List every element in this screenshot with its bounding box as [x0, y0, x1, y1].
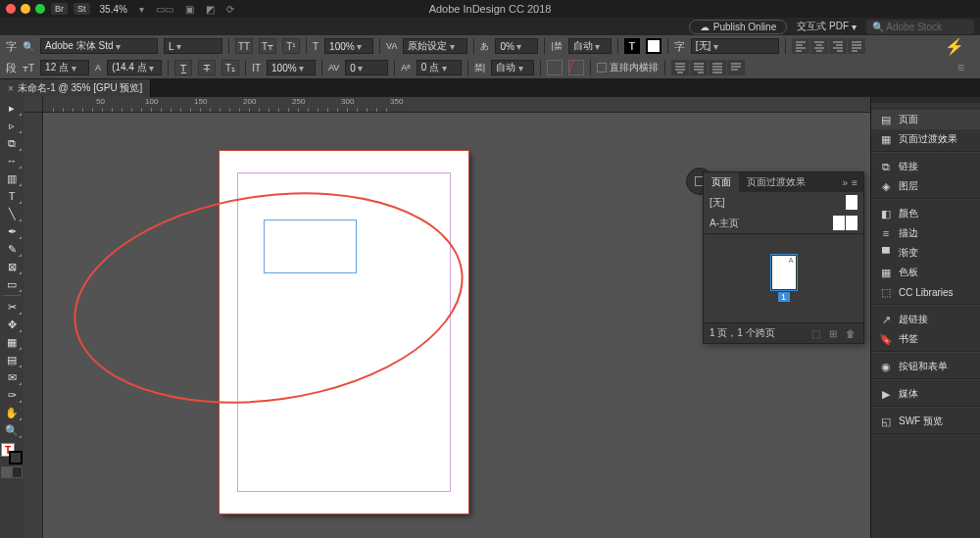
- gap-tool[interactable]: ↔: [1, 152, 23, 170]
- subscript-button[interactable]: T₁: [221, 60, 239, 75]
- underline-button-2[interactable]: T̲: [174, 60, 192, 75]
- dock-item-color[interactable]: ◧颜色: [871, 204, 980, 223]
- dock-item-swf-preview[interactable]: ◱SWF 预览: [871, 412, 980, 431]
- publish-online-button[interactable]: ☁ Publish Online: [689, 20, 787, 34]
- gpu-icon[interactable]: ◩: [206, 4, 215, 15]
- dock-item-media[interactable]: ▶媒体: [871, 384, 980, 404]
- stock-search-field[interactable]: 🔍 Adobe Stock: [866, 20, 974, 34]
- type-tool[interactable]: T: [1, 187, 23, 205]
- small-caps-button[interactable]: Tᴛ: [259, 38, 276, 54]
- tsume-field[interactable]: 0%▾: [495, 38, 538, 54]
- delete-page-button[interactable]: 🗑: [844, 328, 858, 339]
- ruler-origin[interactable]: [24, 97, 43, 113]
- pencil-tool[interactable]: ✎: [1, 240, 23, 258]
- pages-panel-tab-pages[interactable]: 页面: [704, 172, 739, 192]
- dock-item-bookmarks[interactable]: 🔖书签: [871, 329, 980, 349]
- zoom-level[interactable]: 35.4%: [100, 4, 127, 15]
- pages-thumbnails-area[interactable]: 1: [704, 234, 863, 322]
- panel-menu-icon[interactable]: ≡: [957, 61, 964, 74]
- content-collector-tool[interactable]: ▥: [1, 170, 23, 187]
- font-style-field[interactable]: L▾: [164, 38, 222, 54]
- align-right-button[interactable]: [829, 38, 847, 54]
- zoom-window-button[interactable]: [35, 4, 45, 14]
- dock-item-page-transitions[interactable]: ▦页面过渡效果: [871, 129, 980, 149]
- align-center-button[interactable]: [810, 38, 828, 54]
- zoom-dropdown-icon[interactable]: ▾: [139, 4, 144, 15]
- view-mode-switch[interactable]: [1, 466, 23, 478]
- aki-after-field[interactable]: 自动▾: [491, 60, 534, 75]
- workspace-switcher[interactable]: 交互式 PDF ▾: [797, 20, 857, 33]
- aki-before-field[interactable]: 自动▾: [568, 38, 612, 54]
- pen-tool[interactable]: ✒: [1, 222, 23, 240]
- dock-item-gradient[interactable]: ▀渐变: [871, 243, 980, 263]
- dock-item-hyperlinks[interactable]: ↗超链接: [871, 310, 980, 329]
- search-font-icon[interactable]: 🔍: [23, 41, 34, 52]
- vertical-ruler[interactable]: [24, 113, 43, 538]
- document-page[interactable]: [220, 151, 468, 514]
- pages-panel-collapse[interactable]: »≡: [837, 172, 863, 192]
- page-tool[interactable]: ⧉: [1, 134, 23, 152]
- strikethrough-button[interactable]: T̶: [198, 60, 216, 75]
- vertical-scale-field[interactable]: 100%▾: [267, 60, 316, 75]
- horizontal-scale-field[interactable]: 100%▾: [324, 38, 373, 54]
- justify-full-button[interactable]: [709, 60, 726, 75]
- page-thumbnail-1[interactable]: [771, 255, 797, 290]
- baseline-shift-field[interactable]: 0 点▾: [416, 60, 462, 75]
- master-none[interactable]: [无]: [704, 192, 863, 213]
- bridge-badge[interactable]: Br: [51, 3, 68, 15]
- fill-none-swatch[interactable]: ⧸: [568, 60, 584, 75]
- tate-chu-yoko-checkbox[interactable]: 直排内横排: [597, 61, 659, 74]
- superscript-button[interactable]: T¹: [282, 38, 300, 54]
- para-style-field[interactable]: [无]▾: [691, 38, 779, 54]
- dock-item-layers[interactable]: ◈图层: [871, 176, 980, 196]
- gradient-swatch-tool[interactable]: ▦: [1, 333, 23, 351]
- close-window-button[interactable]: [6, 4, 16, 14]
- dock-collapse-handle[interactable]: [871, 97, 980, 103]
- zoom-tool[interactable]: 🔍: [1, 421, 23, 439]
- dock-item-pages[interactable]: ▤页面: [871, 110, 980, 129]
- leading-field[interactable]: (14.4 点▾: [107, 60, 162, 75]
- screen-mode-icon[interactable]: ▣: [185, 4, 194, 15]
- minimize-window-button[interactable]: [21, 4, 30, 14]
- justify-right-button[interactable]: [690, 60, 708, 75]
- gradient-feather-tool[interactable]: ▤: [1, 351, 23, 368]
- line-tool[interactable]: ╲: [1, 205, 23, 222]
- eyedropper-tool[interactable]: ✑: [1, 386, 23, 404]
- dock-item-links[interactable]: ⧉链接: [871, 157, 980, 176]
- rectangle-tool[interactable]: ▭: [1, 275, 23, 293]
- text-frame[interactable]: [264, 220, 357, 273]
- all-caps-button[interactable]: TT: [235, 38, 253, 54]
- dock-item-buttons-forms[interactable]: ◉按钮和表单: [871, 357, 980, 376]
- pages-panel-tab-transitions[interactable]: 页面过渡效果: [739, 172, 813, 192]
- document-tab[interactable]: × 未命名-1 @ 35% [GPU 预览]: [0, 79, 151, 97]
- master-a[interactable]: A-主页: [704, 213, 863, 233]
- dock-item-cc-libraries[interactable]: ⬚CC Libraries: [871, 282, 980, 302]
- sync-icon[interactable]: ⟳: [226, 4, 234, 15]
- align-toward-spine-button[interactable]: [727, 60, 745, 75]
- justify-center-button[interactable]: [671, 60, 689, 75]
- horizontal-ruler[interactable]: 50100150200250300350: [43, 97, 870, 113]
- hand-tool[interactable]: ✋: [1, 404, 23, 421]
- kerning-field[interactable]: 原始设定▾: [403, 38, 467, 54]
- align-left-button[interactable]: [792, 38, 809, 54]
- arrange-icon[interactable]: ▭▭: [156, 4, 173, 15]
- stock-badge[interactable]: St: [74, 3, 90, 15]
- fill-stroke-swatches[interactable]: T: [1, 443, 23, 465]
- direct-selection-tool[interactable]: ▹: [1, 117, 23, 134]
- selection-tool[interactable]: ▸: [1, 99, 23, 117]
- scissors-tool[interactable]: ✂: [1, 298, 23, 316]
- fill-t-white[interactable]: [646, 38, 662, 54]
- tracking-field[interactable]: 0▾: [345, 60, 388, 75]
- rectangle-frame-tool[interactable]: ⊠: [1, 258, 23, 275]
- new-page-button[interactable]: ⊞: [826, 328, 840, 339]
- dock-item-stroke[interactable]: ≡描边: [871, 223, 980, 243]
- quick-apply-icon[interactable]: ⚡: [945, 37, 964, 56]
- tab-close-x[interactable]: ×: [8, 83, 14, 94]
- font-family-field[interactable]: Adobe 宋体 Std▾: [40, 38, 158, 54]
- dock-item-swatches[interactable]: ▦色板: [871, 263, 980, 282]
- page-size-button[interactable]: ⬚: [808, 328, 822, 339]
- fill-swatch[interactable]: [547, 60, 563, 75]
- justify-left-button[interactable]: [848, 38, 865, 54]
- free-transform-tool[interactable]: ✥: [1, 316, 23, 333]
- note-tool[interactable]: ✉: [1, 368, 23, 386]
